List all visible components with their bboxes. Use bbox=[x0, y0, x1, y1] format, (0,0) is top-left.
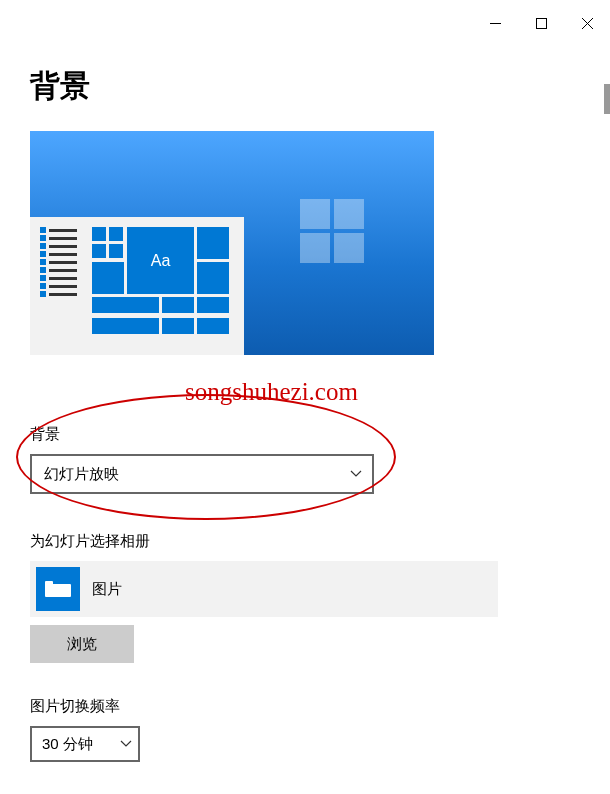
svg-rect-5 bbox=[45, 581, 53, 586]
frequency-section: 图片切换频率 30 分钟 bbox=[30, 697, 578, 762]
frequency-label: 图片切换频率 bbox=[30, 697, 578, 716]
start-menu-preview: Aa bbox=[30, 217, 244, 355]
frequency-dropdown[interactable]: 30 分钟 bbox=[30, 726, 140, 762]
minimize-button[interactable] bbox=[472, 0, 518, 46]
album-label: 为幻灯片选择相册 bbox=[30, 532, 578, 551]
chevron-down-icon bbox=[120, 740, 132, 748]
folder-icon bbox=[36, 567, 80, 611]
background-dropdown-value: 幻灯片放映 bbox=[44, 465, 119, 484]
close-button[interactable] bbox=[564, 0, 610, 46]
background-section: 背景 幻灯片放映 bbox=[30, 425, 578, 494]
album-section: 为幻灯片选择相册 图片 浏览 bbox=[30, 532, 578, 663]
page-title: 背景 bbox=[30, 66, 578, 107]
album-row[interactable]: 图片 bbox=[30, 561, 498, 617]
aa-tile: Aa bbox=[127, 227, 194, 294]
frequency-dropdown-value: 30 分钟 bbox=[42, 735, 93, 754]
album-name: 图片 bbox=[92, 580, 122, 599]
scrollbar[interactable] bbox=[604, 84, 610, 114]
windows-logo-icon bbox=[300, 199, 364, 263]
settings-content: 背景 Aa bbox=[0, 66, 610, 762]
svg-rect-1 bbox=[536, 18, 546, 28]
background-label: 背景 bbox=[30, 425, 578, 444]
chevron-down-icon bbox=[350, 470, 362, 478]
maximize-button[interactable] bbox=[518, 0, 564, 46]
window-titlebar bbox=[0, 0, 610, 46]
background-dropdown[interactable]: 幻灯片放映 bbox=[30, 454, 374, 494]
background-preview: Aa bbox=[30, 131, 434, 355]
browse-button[interactable]: 浏览 bbox=[30, 625, 134, 663]
